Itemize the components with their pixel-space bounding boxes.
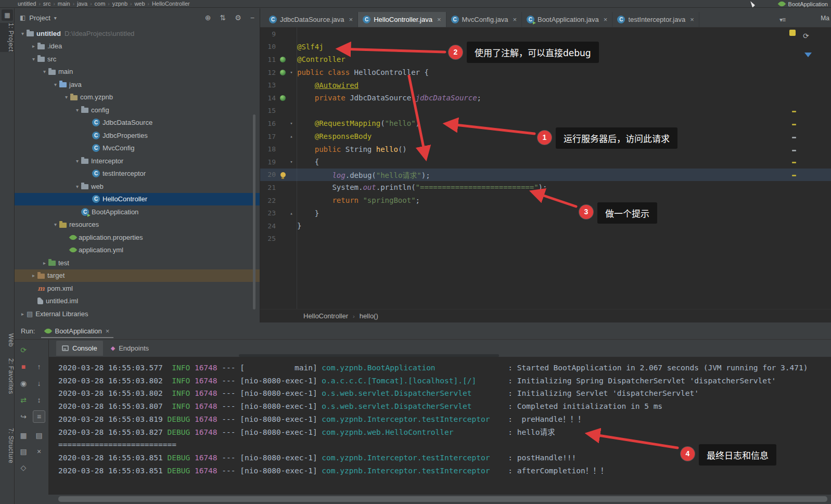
code-line[interactable]: 22 return "springBoot";: [260, 194, 831, 207]
inspection-indicator[interactable]: [789, 30, 796, 36]
line-number[interactable]: 10: [260, 43, 278, 50]
chevron-icon[interactable]: ▾: [52, 82, 59, 87]
code-line[interactable]: 14 private JdbcDataSource jdbcDataSource…: [260, 92, 831, 105]
fold-marker[interactable]: ▾: [288, 70, 295, 75]
tool-window-button-project[interactable]: 1: Project: [0, 23, 15, 52]
run-tab-endpoints[interactable]: ◆Endpoints: [105, 341, 155, 356]
line-number[interactable]: 18: [260, 145, 278, 153]
close-icon[interactable]: ×: [690, 16, 694, 23]
breadcrumb-item[interactable]: yzpnb: [112, 1, 127, 7]
code-line[interactable]: 18 public String hello(): [260, 143, 831, 156]
fold-marker[interactable]: ▴: [288, 211, 295, 216]
breadcrumb-item[interactable]: java: [77, 1, 87, 7]
code-line[interactable]: 13 @Autowired: [260, 79, 831, 92]
line-number[interactable]: 14: [260, 94, 278, 102]
breadcrumb-item[interactable]: main: [58, 1, 70, 7]
run-config-selector[interactable]: BootApplication: [788, 1, 828, 7]
tree-item[interactable]: ▾main: [15, 66, 260, 79]
dump-threads-button[interactable]: ◉: [17, 377, 30, 390]
line-number[interactable]: 21: [260, 184, 278, 191]
fold-marker[interactable]: ▾: [288, 159, 295, 164]
tree-item[interactable]: ▾java: [15, 78, 260, 91]
code-line[interactable]: 16▾ @RequestMapping("hello"): [260, 117, 831, 130]
code-line[interactable]: 21 System.out.println("=================…: [260, 181, 831, 194]
scrollbar-thumb[interactable]: [58, 496, 827, 502]
rerun-button[interactable]: ⟳: [17, 344, 30, 356]
line-number[interactable]: 9: [260, 30, 278, 38]
code-line[interactable]: 23▴ }: [260, 206, 831, 219]
tree-item[interactable]: ▾com.yzpnb: [15, 91, 260, 104]
tab-list-icon[interactable]: ▾≡: [779, 16, 785, 23]
filter-funnel-icon[interactable]: [804, 53, 812, 57]
chevron-icon[interactable]: ▾: [73, 158, 81, 164]
tree-item[interactable]: ▸▤External Libraries: [15, 307, 260, 320]
soft-wrap-button[interactable]: ≡: [33, 410, 45, 423]
code-line[interactable]: 12▾public class HelloController {: [260, 66, 831, 79]
line-number[interactable]: 16: [260, 120, 278, 127]
code-line[interactable]: 25: [260, 232, 831, 245]
tool-window-button-structure[interactable]: 7: Structure: [0, 428, 15, 463]
tree-item[interactable]: CJdbcDataSource: [15, 117, 260, 130]
tree-item[interactable]: ▸target: [15, 269, 260, 282]
breadcrumb-item[interactable]: src: [43, 1, 51, 7]
line-number[interactable]: 25: [260, 235, 278, 242]
editor-tab[interactable]: CBootApplication.java×: [522, 12, 612, 27]
tool-window-button-web[interactable]: Web: [0, 333, 15, 347]
print-button[interactable]: ▤: [17, 445, 30, 458]
tree-item[interactable]: ▾resources: [15, 218, 260, 231]
chevron-icon[interactable]: ▸: [30, 273, 37, 278]
console-hscrollbar[interactable]: [15, 495, 831, 504]
close-icon[interactable]: ×: [437, 16, 441, 23]
editor-tab[interactable]: CMvcConfig.java×: [446, 12, 522, 27]
code-line[interactable]: 15: [260, 105, 831, 118]
restart-button[interactable]: ⇄: [17, 394, 30, 406]
tree-item[interactable]: ▸test: [15, 256, 260, 269]
editor-tab[interactable]: CtestInterceptor.java×: [612, 12, 699, 27]
chevron-icon[interactable]: ▾: [30, 56, 37, 62]
tree-item[interactable]: ▸.idea: [15, 40, 260, 53]
refresh-icon[interactable]: ⟳: [803, 32, 809, 40]
tool-window-button-favorites[interactable]: 2: Favorites: [0, 358, 15, 394]
tree-item[interactable]: ▾src: [15, 53, 260, 66]
code-line[interactable]: 20 log.debug("hello请求");: [260, 169, 831, 182]
tree-item[interactable]: CBootApplication: [15, 205, 260, 218]
fold-marker[interactable]: ▴: [288, 134, 295, 139]
tool-window-icon[interactable]: ▦: [2, 9, 13, 21]
chevron-icon[interactable]: ▸: [30, 43, 37, 49]
tree-item[interactable]: CHelloController: [15, 193, 260, 206]
code-line[interactable]: 9: [260, 28, 831, 41]
line-number[interactable]: 24: [260, 222, 278, 230]
tree-item[interactable]: mpom.xml: [15, 282, 260, 295]
scrollbar-thumb[interactable]: [239, 354, 499, 357]
editor-tab[interactable]: CJdbcDataSource.java×: [264, 12, 358, 27]
tree-item[interactable]: untitled.iml: [15, 295, 260, 308]
layout-button[interactable]: ▦: [17, 429, 30, 442]
project-panel-title[interactable]: Project: [29, 14, 50, 22]
chevron-down-icon[interactable]: ▾: [54, 15, 57, 21]
hide-panel-button[interactable]: −: [250, 14, 254, 22]
close-icon[interactable]: ×: [106, 327, 110, 335]
line-number[interactable]: 23: [260, 209, 278, 217]
tree-item[interactable]: ▾config: [15, 104, 260, 117]
exit-button[interactable]: ↪: [17, 410, 30, 423]
chevron-icon[interactable]: ▾: [73, 184, 81, 189]
line-number[interactable]: 11: [260, 56, 278, 63]
editor-tab[interactable]: CHelloController.java×: [358, 12, 446, 27]
clear-console-button[interactable]: ×: [33, 445, 45, 458]
line-number[interactable]: 15: [260, 107, 278, 114]
chevron-icon[interactable]: ▾: [19, 31, 27, 36]
tree-item[interactable]: CtestInterceptor: [15, 167, 260, 180]
code-line[interactable]: 19▾ {: [260, 156, 831, 169]
line-number[interactable]: 20: [260, 171, 278, 178]
chevron-icon[interactable]: ▾: [41, 69, 48, 74]
tree-item[interactable]: ▾untitledD:\IdeaProjects\untitled: [15, 27, 260, 40]
console-output[interactable]: 2020-03-28 16:55:03.577 INFO 16748 --- […: [49, 357, 831, 495]
breadcrumb-item[interactable]: web: [134, 1, 145, 7]
line-number[interactable]: 13: [260, 81, 278, 89]
tree-scrollbar[interactable]: [253, 114, 255, 309]
run-config-tab[interactable]: BootApplication ×: [41, 324, 113, 338]
tree-item[interactable]: application.properties: [15, 231, 260, 244]
fold-marker[interactable]: ▾: [288, 121, 295, 126]
close-icon[interactable]: ×: [349, 16, 353, 23]
maven-tool-button[interactable]: Ma: [821, 15, 829, 22]
